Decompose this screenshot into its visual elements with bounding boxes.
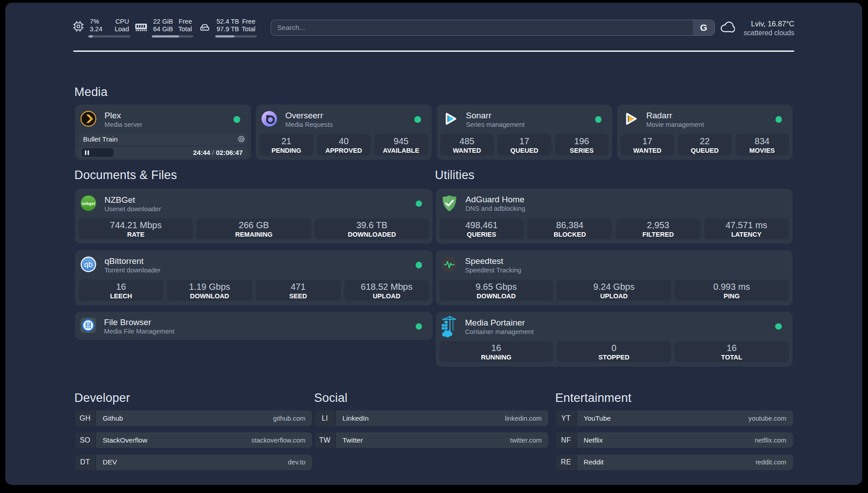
svg-text:qb: qb (84, 260, 93, 269)
svg-text:nzbget: nzbget (82, 201, 95, 205)
